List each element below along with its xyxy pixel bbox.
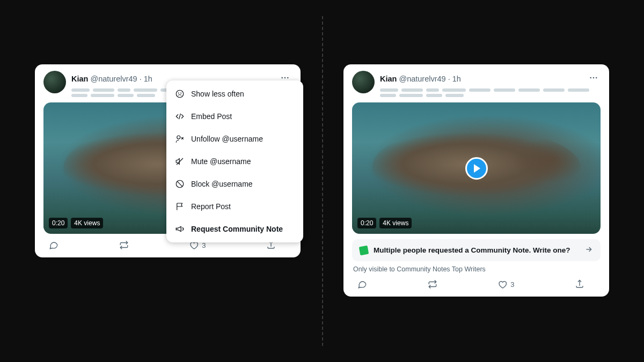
svg-point-4: [178, 93, 179, 93]
svg-point-8: [590, 77, 591, 79]
video-views-badge: 4K views: [71, 218, 103, 228]
svg-point-3: [176, 90, 184, 98]
author-name[interactable]: Kian: [380, 75, 397, 83]
separator: ·: [140, 75, 142, 83]
menu-mute[interactable]: Mute @username: [166, 150, 303, 173]
author-name[interactable]: Kian: [71, 75, 88, 83]
svg-point-10: [596, 77, 597, 79]
community-note-prompt[interactable]: Multiple people requested a Community No…: [352, 239, 601, 261]
placeholder-text: [380, 88, 601, 92]
author-handle[interactable]: @naturelvr49: [399, 75, 445, 83]
svg-point-6: [177, 136, 180, 139]
menu-unfollow[interactable]: Unfollow @username: [166, 128, 303, 150]
retweet-button[interactable]: [428, 279, 437, 289]
post-media[interactable]: 0:20 4K views: [352, 102, 601, 234]
video-duration-badge: 0:20: [49, 218, 68, 228]
more-button[interactable]: [587, 71, 601, 86]
menu-block[interactable]: Block @username: [166, 173, 303, 195]
placeholder-text: [380, 94, 601, 97]
play-button[interactable]: [465, 157, 488, 180]
post-time[interactable]: 1h: [452, 75, 461, 83]
user-x-icon: [175, 134, 185, 144]
post-card-right: Kian @naturelvr49 · 1h: [343, 64, 609, 297]
vertical-divider: [322, 16, 323, 346]
megaphone-icon: [175, 224, 185, 234]
avatar[interactable]: [352, 71, 375, 93]
reply-button[interactable]: [357, 279, 367, 289]
community-note-visibility: Only visible to Community Notes Top Writ…: [352, 265, 601, 273]
video-duration-badge: 0:20: [357, 218, 376, 228]
frown-icon: [175, 89, 185, 99]
avatar[interactable]: [43, 71, 66, 93]
mute-icon: [175, 157, 185, 166]
author-handle[interactable]: @naturelvr49: [90, 75, 137, 83]
more-menu: Show less often Embed Post Unfollow @use…: [166, 80, 303, 242]
community-note-prompt-text: Multiple people requested a Community No…: [374, 246, 570, 254]
menu-embed[interactable]: Embed Post: [166, 105, 303, 128]
flag-icon: [175, 202, 185, 211]
retweet-button[interactable]: [119, 240, 129, 250]
note-icon: [359, 245, 369, 255]
menu-show-less[interactable]: Show less often: [166, 83, 303, 105]
menu-report[interactable]: Report Post: [166, 195, 303, 218]
separator: ·: [448, 75, 450, 83]
post-time[interactable]: 1h: [144, 75, 152, 83]
post-card-left: Kian @naturelvr49 · 1h 0:20: [35, 64, 301, 257]
svg-point-2: [287, 77, 289, 79]
block-icon: [175, 179, 185, 189]
share-button[interactable]: [575, 279, 584, 289]
svg-point-5: [181, 93, 181, 93]
code-icon: [175, 112, 185, 121]
like-count: 3: [510, 280, 514, 289]
arrow-right-icon: [584, 245, 593, 255]
svg-point-1: [284, 77, 286, 79]
like-button[interactable]: 3: [497, 279, 514, 289]
svg-point-0: [281, 77, 283, 79]
reply-button[interactable]: [49, 240, 58, 250]
menu-request-community-note[interactable]: Request Community Note: [166, 218, 303, 240]
svg-point-9: [593, 77, 595, 79]
video-views-badge: 4K views: [379, 218, 412, 228]
